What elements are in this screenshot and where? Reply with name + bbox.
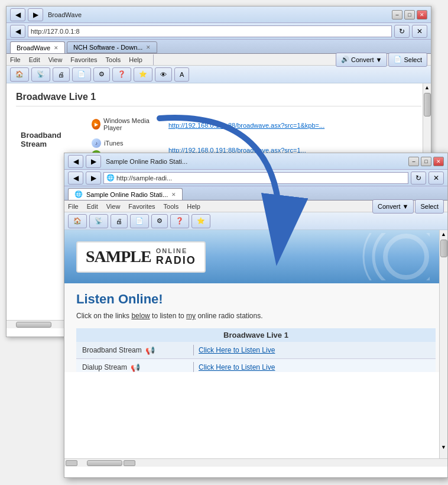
close-button[interactable]: ✕ bbox=[417, 10, 427, 20]
front-h-left-btn[interactable] bbox=[66, 460, 77, 466]
broadband-listen-link[interactable]: Click Here to Listen Live bbox=[199, 346, 275, 354]
front-menu-tools[interactable]: Tools bbox=[164, 203, 179, 210]
menu-edit[interactable]: Edit bbox=[29, 56, 40, 63]
page-btn[interactable]: 📄 bbox=[72, 67, 91, 82]
scroll-up-arrow[interactable]: ▲ bbox=[423, 83, 431, 92]
front-h-scroll-thumb[interactable] bbox=[87, 460, 122, 466]
dialup-stream-row: Dialup Stream 📢 Click Here to Listen Liv… bbox=[76, 359, 436, 372]
ie-icon: 🌐 bbox=[106, 174, 115, 182]
back-nav-back[interactable]: ◀ bbox=[10, 25, 25, 38]
front-scroll-down[interactable]: ▼ bbox=[440, 444, 447, 450]
front-close-button[interactable]: ✕ bbox=[433, 157, 444, 166]
front-page-btn[interactable]: 📄 bbox=[130, 214, 149, 228]
front-titlebar-left: ◀ ▶ Sample Online Radio Stati... bbox=[68, 155, 187, 168]
subtitle-below: below bbox=[131, 312, 150, 320]
front-minimize-button[interactable]: – bbox=[408, 157, 419, 166]
front-menu-help[interactable]: Help bbox=[187, 203, 200, 210]
front-tab-radio[interactable]: 🌐 Sample Online Radio Stati... ✕ bbox=[68, 188, 183, 200]
back-h-scroll-thumb[interactable] bbox=[16, 322, 51, 328]
front-browser-window: ◀ ▶ Sample Online Radio Stati... – □ ✕ ◀… bbox=[64, 153, 448, 478]
minimize-button[interactable]: – bbox=[392, 10, 402, 20]
forward-button[interactable]: ▶ bbox=[28, 8, 43, 21]
refresh-button[interactable]: ↻ bbox=[394, 25, 410, 38]
front-menu-favorites[interactable]: Favorites bbox=[128, 203, 155, 210]
front-star-btn[interactable]: ⭐ bbox=[191, 214, 210, 228]
tab-broadwave-close[interactable]: ✕ bbox=[54, 45, 59, 51]
radio-page-body: Listen Online! Click on the links below … bbox=[64, 283, 447, 372]
front-h-scrollbar[interactable] bbox=[64, 458, 447, 467]
front-home-btn[interactable]: 🏠 bbox=[68, 214, 87, 228]
front-window-controls: – □ ✕ bbox=[408, 157, 444, 166]
front-menu-edit[interactable]: Edit bbox=[87, 203, 98, 210]
rss-icon-btn[interactable]: 📡 bbox=[31, 67, 50, 82]
back-address-text: http://127.0.0.1:8 bbox=[31, 28, 80, 35]
wmp-row: ▶ Windows Media Player bbox=[92, 117, 159, 131]
front-address-text: http://sample-radi... bbox=[116, 174, 172, 182]
front-command-bar: 🏠 📡 🖨 📄 ⚙ ❓ ⭐ bbox=[64, 212, 447, 230]
stop-button[interactable]: ✕ bbox=[412, 25, 427, 38]
select-button[interactable]: 📄 Select bbox=[388, 53, 427, 67]
front-nav-back[interactable]: ◀ bbox=[68, 172, 83, 185]
back-button[interactable]: ◀ bbox=[10, 8, 25, 21]
station-section: Broadwave Live 1 Broadband Stream 📢 Clic… bbox=[76, 328, 436, 372]
broadband-stream-row: Broadband Stream 📢 Click Here to Listen … bbox=[76, 342, 436, 359]
maximize-button[interactable]: □ bbox=[404, 10, 415, 20]
tools-icon-btn[interactable]: ⚙ bbox=[93, 67, 110, 82]
front-rss-btn[interactable]: 📡 bbox=[89, 214, 108, 228]
station-name: Broadwave Live 1 bbox=[76, 328, 436, 342]
subtitle-post: to listen to bbox=[150, 312, 186, 320]
tab-nch-label: NCH Software - Down... bbox=[73, 44, 142, 51]
front-nav-fwd[interactable]: ▶ bbox=[86, 172, 101, 185]
front-select-button[interactable]: Select bbox=[415, 199, 444, 214]
convert-button[interactable]: 🔊 Convert ▼ bbox=[336, 53, 387, 67]
front-refresh[interactable]: ↻ bbox=[411, 172, 426, 185]
listen-heading: Listen Online! bbox=[76, 292, 436, 307]
front-address-input[interactable]: 🌐 http://sample-radi... bbox=[103, 172, 408, 184]
window-controls: – □ ✕ bbox=[392, 10, 427, 20]
front-scroll-thumb[interactable] bbox=[440, 240, 447, 257]
front-menu-bar: File Edit View Favorites Tools Help Conv… bbox=[64, 201, 447, 212]
back-address-input[interactable]: http://127.0.0.1:8 bbox=[28, 25, 392, 37]
select-icon: 📄 bbox=[394, 56, 402, 63]
front-back-button[interactable]: ◀ bbox=[68, 155, 83, 168]
tab-nch[interactable]: NCH Software - Down... ✕ bbox=[67, 41, 157, 53]
front-help-btn[interactable]: ❓ bbox=[170, 214, 189, 228]
front-tools-btn[interactable]: ⚙ bbox=[151, 214, 168, 228]
titlebar-left: ◀ ▶ BroadWave bbox=[10, 8, 82, 21]
star-icon-btn[interactable]: ⭐ bbox=[134, 67, 152, 82]
front-content-wrapper: SAMPLE ONLINE RADIO Listen Online! Click… bbox=[64, 230, 447, 458]
dialup-speaker-icon: 📢 bbox=[130, 362, 141, 372]
eye-icon-btn[interactable]: 👁 bbox=[155, 67, 172, 82]
convert-label: Convert bbox=[351, 56, 374, 63]
menu-view[interactable]: View bbox=[48, 56, 63, 63]
tab-broadwave[interactable]: BroadWave ✕ bbox=[10, 41, 65, 53]
tab-nch-close[interactable]: ✕ bbox=[146, 44, 151, 50]
broadband-stream-label: Broadband Stream 📢 bbox=[82, 345, 189, 355]
back-menu-bar: File Edit View Favorites Tools Help 🔊 Co… bbox=[7, 54, 431, 66]
menu-tools[interactable]: Tools bbox=[106, 56, 121, 63]
home-icon-btn[interactable]: 🏠 bbox=[10, 67, 29, 82]
front-tab-close[interactable]: ✕ bbox=[171, 192, 176, 198]
dialup-listen-link[interactable]: Click Here to Listen Live bbox=[199, 363, 275, 371]
logo-radio-text: RADIO bbox=[156, 254, 196, 267]
menu-file[interactable]: File bbox=[10, 56, 21, 63]
print-icon-btn[interactable]: 🖨 bbox=[53, 67, 70, 82]
front-maximize-button[interactable]: □ bbox=[421, 157, 431, 166]
front-scrollbar[interactable]: ▲ ▼ bbox=[439, 230, 447, 458]
front-stop[interactable]: ✕ bbox=[428, 172, 444, 185]
menu-favorites[interactable]: Favorites bbox=[70, 56, 97, 63]
front-menu-file[interactable]: File bbox=[68, 203, 79, 210]
menu-help[interactable]: Help bbox=[129, 56, 142, 63]
front-window-title: Sample Online Radio Stati... bbox=[106, 158, 187, 165]
logo-online-text: ONLINE bbox=[156, 247, 188, 254]
scroll-thumb[interactable] bbox=[424, 93, 431, 117]
front-scroll-up[interactable]: ▲ bbox=[440, 230, 447, 238]
front-menu-view[interactable]: View bbox=[106, 203, 121, 210]
wmp-stream-link[interactable]: http://192.168.0.191:88/broadwave.asx?sr… bbox=[168, 122, 324, 129]
translate-btn[interactable]: A bbox=[174, 67, 189, 82]
front-h-right-btn[interactable] bbox=[124, 460, 135, 466]
front-print-btn[interactable]: 🖨 bbox=[111, 214, 128, 228]
front-forward-button[interactable]: ▶ bbox=[86, 155, 101, 168]
help-icon-btn[interactable]: ❓ bbox=[112, 67, 131, 82]
front-convert-button[interactable]: Convert ▼ bbox=[372, 199, 414, 214]
